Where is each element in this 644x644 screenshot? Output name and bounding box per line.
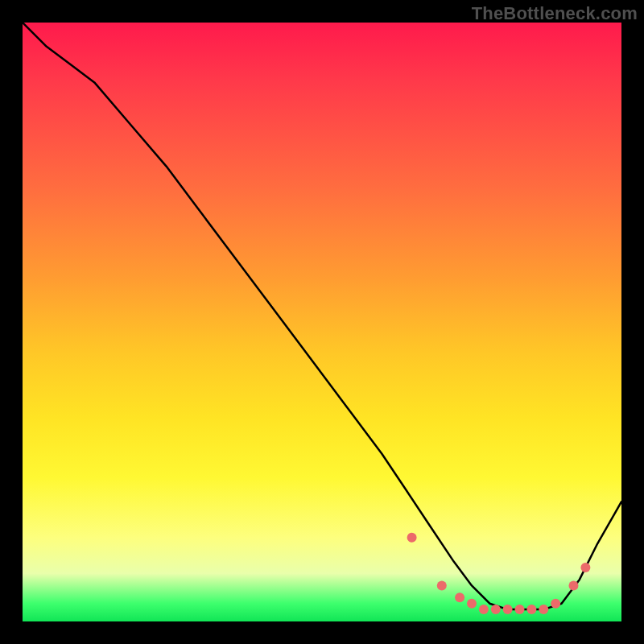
plot-area	[23, 23, 621, 621]
highlight-dot	[551, 599, 560, 609]
watermark-text: TheBottleneck.com	[472, 3, 638, 24]
highlight-dot	[503, 605, 513, 614]
highlight-dot	[569, 580, 579, 590]
chart-frame: TheBottleneck.com	[0, 0, 644, 644]
highlight-dot	[407, 533, 417, 543]
highlight-dot	[526, 605, 536, 614]
chart-svg	[23, 23, 621, 621]
highlight-dot	[491, 605, 501, 614]
highlight-dot	[580, 563, 590, 572]
highlight-dot	[437, 580, 447, 590]
highlight-dot	[515, 605, 525, 614]
highlight-dot	[467, 599, 477, 609]
highlight-dot	[539, 605, 548, 614]
highlight-dot	[455, 592, 464, 602]
highlight-dot	[479, 605, 489, 614]
bottleneck-curve	[23, 23, 621, 609]
